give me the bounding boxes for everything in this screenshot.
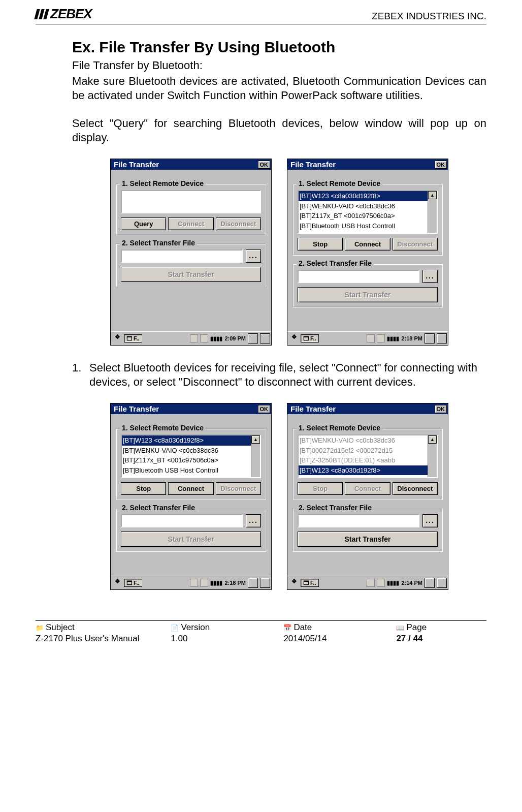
- ok-button[interactable]: OK: [258, 405, 271, 413]
- scroll-up-icon[interactable]: ▲: [251, 435, 260, 444]
- tray-icon[interactable]: [200, 334, 208, 342]
- footer-label-version: Version: [181, 622, 210, 632]
- disconnect-button: Disconnect: [216, 482, 261, 495]
- company-name: ZEBEX INDUSTRIES INC.: [372, 11, 486, 22]
- start-transfer-button[interactable]: Start Transfer: [298, 532, 438, 547]
- connect-button: Connect: [345, 482, 390, 495]
- task-button[interactable]: 🗔 F..: [301, 579, 319, 587]
- stop-button[interactable]: Stop: [121, 482, 166, 495]
- step-text: Select Bluetooth devices for receiving f…: [89, 361, 486, 389]
- legend-select-device: 1. Select Remote Device: [297, 424, 382, 432]
- tray-icon[interactable]: [377, 334, 385, 342]
- group-select-device: 1. Select Remote Device [BT]W123 <c8a030…: [292, 184, 443, 256]
- scrollbar[interactable]: ▲: [428, 435, 437, 477]
- start-icon[interactable]: ❖: [288, 333, 300, 343]
- version-icon: 📄: [171, 624, 179, 632]
- barcode-icon: ▮▮▮▮: [210, 335, 222, 342]
- disconnect-button: Disconnect: [216, 217, 261, 230]
- keyboard-icon[interactable]: [248, 578, 258, 588]
- connect-button[interactable]: Connect: [345, 238, 390, 251]
- list-item[interactable]: [BT]000272d15ef2 <000272d15: [299, 446, 437, 456]
- list-item[interactable]: [BT]Bluetooth USB Host Controll: [122, 465, 260, 476]
- titlebar: File Transfer OK: [287, 159, 448, 170]
- group-select-device: 1. Select Remote Device [BT]W123 <c8a030…: [116, 428, 266, 500]
- tray-icon[interactable]: [377, 579, 385, 587]
- step-number: 1.: [72, 361, 89, 389]
- file-path-input[interactable]: [121, 514, 243, 527]
- footer-version: 1.00: [171, 633, 283, 644]
- book-icon: 📖: [396, 624, 404, 632]
- browse-button[interactable]: ...: [246, 249, 261, 263]
- keyboard-icon[interactable]: [425, 333, 435, 343]
- screenshot-a2: File Transfer OK 1. Select Remote Device…: [287, 159, 448, 346]
- scrollbar[interactable]: ▲: [428, 191, 437, 233]
- start-transfer-button: Start Transfer: [121, 532, 261, 547]
- ok-button[interactable]: OK: [435, 161, 447, 169]
- query-button[interactable]: Query: [121, 217, 166, 230]
- browse-button[interactable]: ...: [246, 514, 261, 527]
- device-list[interactable]: [BT]W123 <c8a030d192f8> [BT]WENKU-VAIO <…: [121, 434, 261, 478]
- list-item[interactable]: [BT]Z117x_BT <001c97506c0a>: [122, 455, 260, 465]
- list-item[interactable]: [BT]Z117x_BT <001c97506c0a>: [299, 211, 437, 221]
- task-button[interactable]: 🗔 F..: [124, 579, 142, 587]
- start-icon[interactable]: ❖: [112, 333, 123, 343]
- tray-icon[interactable]: [367, 334, 375, 342]
- tray-icon[interactable]: [190, 334, 198, 342]
- cascade-windows-icon[interactable]: [437, 578, 447, 588]
- task-button[interactable]: 🗔 F..: [301, 334, 319, 342]
- browse-button[interactable]: ...: [422, 270, 438, 283]
- cascade-windows-icon[interactable]: [260, 333, 270, 343]
- list-item[interactable]: [BT]Z-3250BT(DD:EE:01) <aabb: [299, 455, 437, 465]
- list-item[interactable]: [BT]WENKU-VAIO <c0cb38dc36: [122, 446, 260, 456]
- start-icon[interactable]: ❖: [288, 578, 300, 588]
- scroll-up-icon[interactable]: ▲: [428, 435, 437, 444]
- tray-icon[interactable]: [190, 579, 198, 587]
- stop-button[interactable]: Stop: [298, 238, 343, 251]
- connect-button: Connect: [168, 217, 213, 230]
- cascade-windows-icon[interactable]: [437, 333, 447, 343]
- list-item[interactable]: [BT]WENKU-VAIO <c0cb38dc36: [299, 201, 437, 211]
- taskbar[interactable]: ❖ 🗔 F.. ▮▮▮▮ 2:09 PM: [111, 331, 271, 345]
- ok-button[interactable]: OK: [435, 405, 447, 413]
- footer-label-page: Page: [406, 622, 427, 632]
- start-icon[interactable]: ❖: [112, 578, 123, 588]
- device-list[interactable]: [BT]WENKU-VAIO <c0cb38dc36 [BT]000272d15…: [298, 434, 438, 478]
- taskbar[interactable]: ❖ 🗔 F.. ▮▮▮▮ 2:18 PM: [287, 331, 448, 345]
- taskbar[interactable]: ❖ 🗔 F.. ▮▮▮▮ 2:14 PM: [287, 576, 448, 589]
- list-item[interactable]: [BT]W123 <c8a030d192f8>: [299, 191, 437, 201]
- file-path-input[interactable]: [298, 514, 419, 527]
- connect-button[interactable]: Connect: [168, 482, 213, 495]
- start-transfer-button: Start Transfer: [121, 267, 261, 282]
- scrollbar[interactable]: ▲: [251, 435, 260, 477]
- tray-icon[interactable]: [367, 579, 375, 587]
- ok-button[interactable]: OK: [258, 161, 271, 169]
- device-list[interactable]: [BT]W123 <c8a030d192f8> [BT]WENKU-VAIO <…: [298, 190, 438, 234]
- file-path-input[interactable]: [298, 270, 419, 283]
- tray-icon[interactable]: [200, 579, 208, 587]
- browse-button[interactable]: ...: [422, 514, 438, 527]
- file-path-input[interactable]: [121, 249, 243, 263]
- list-item[interactable]: [BT]W123 <c8a030d192f8>: [122, 435, 260, 446]
- group-select-file: 2. Select Transfer File ... Start Transf…: [116, 243, 266, 287]
- cascade-windows-icon[interactable]: [260, 578, 270, 588]
- keyboard-icon[interactable]: [248, 333, 258, 343]
- zebex-logo: ZEBEX: [36, 6, 92, 22]
- task-button[interactable]: 🗔 F..: [124, 334, 142, 342]
- footer-date: 2014/05/14: [283, 633, 396, 644]
- page-footer: 📁Subject 📄Version 📅Date 📖Page Z-2170 Plu…: [36, 620, 486, 644]
- device-list[interactable]: [121, 190, 261, 213]
- disconnect-button[interactable]: Disconnect: [393, 482, 438, 495]
- screenshot-b2: File Transfer OK 1. Select Remote Device…: [287, 403, 448, 590]
- calendar-icon: 📅: [283, 624, 291, 632]
- legend-select-file: 2. Select Transfer File: [297, 504, 374, 512]
- legend-select-file: 2. Select Transfer File: [120, 239, 197, 247]
- group-select-file: 2. Select Transfer File ... Start Transf…: [292, 264, 443, 307]
- legend-select-file: 2. Select Transfer File: [297, 259, 374, 267]
- keyboard-icon[interactable]: [425, 578, 435, 588]
- list-item[interactable]: [BT]W123 <c8a030d192f8>: [299, 465, 437, 476]
- scroll-up-icon[interactable]: ▲: [428, 191, 437, 199]
- list-item[interactable]: [BT]Bluetooth USB Host Controll: [299, 221, 437, 231]
- logo-text: ZEBEX: [50, 6, 92, 22]
- taskbar[interactable]: ❖ 🗔 F.. ▮▮▮▮ 2:18 PM: [111, 576, 271, 589]
- list-item[interactable]: [BT]WENKU-VAIO <c0cb38dc36: [299, 435, 437, 446]
